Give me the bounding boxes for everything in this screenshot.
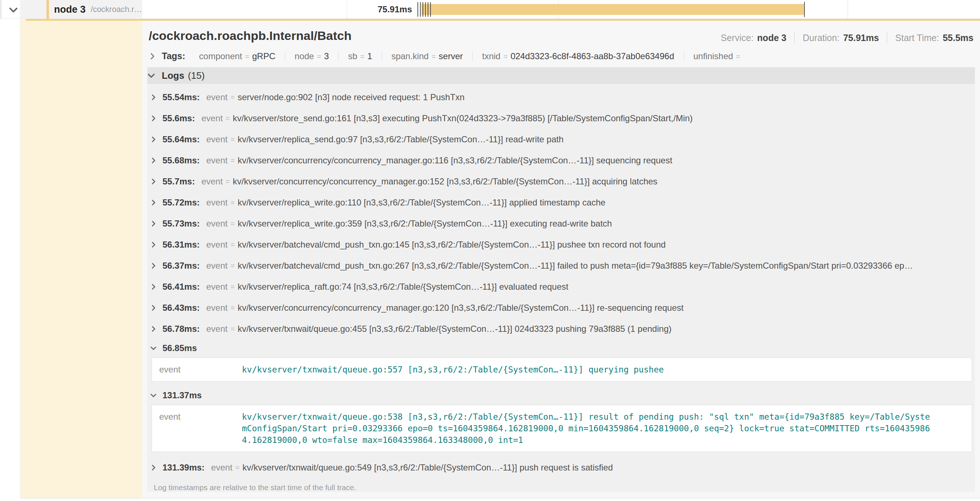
log-row[interactable]: 55.54ms:event=server/node.go:902 [n3] no…: [150, 87, 975, 108]
span-tick-marks: [417, 2, 432, 17]
chevron-down-icon: [150, 392, 157, 399]
span-duration-bar[interactable]: [422, 4, 805, 15]
gutter-border: [20, 0, 20, 498]
log-timestamp: 56.85ms: [162, 343, 197, 353]
log-timestamp: 55.54ms:: [162, 92, 200, 102]
log-message: kv/kvserver/replica_raft.go:74 [n3,s3,r6…: [237, 282, 568, 292]
equals-sign: =: [230, 156, 235, 165]
log-message: kv/kvserver/replica_write.go:110 [n3,s3,…: [237, 198, 605, 207]
logs-section-header[interactable]: Logs (15): [147, 67, 975, 84]
equals-sign: =: [230, 136, 235, 144]
log-field-key: event: [211, 463, 232, 473]
service-value: node 3: [757, 33, 787, 43]
logs-section: Logs (15) 55.54ms:event=server/node.go:9…: [147, 67, 975, 492]
meta-divider: [887, 32, 887, 43]
span-name-cell[interactable]: node 3 /cockroach.roach…: [21, 0, 142, 19]
log-entry-expanded: 131.37ms event kv/kvserver/txnwait/queue…: [150, 387, 975, 452]
chevron-right-icon: [150, 136, 157, 143]
log-list: 55.54ms:event=server/node.go:902 [n3] no…: [147, 84, 975, 492]
log-field-key: event: [201, 113, 223, 123]
span-operation-name: /cockroach.roach…: [91, 5, 142, 14]
log-message: kv/kvserver/batcheval/cmd_push_txn.go:14…: [237, 239, 665, 250]
log-message: kv/kvserver/replica_send.go:97 [n3,s3,r6…: [237, 134, 564, 145]
log-row[interactable]: 56.31ms:event=kv/kvserver/batcheval/cmd_…: [150, 234, 975, 255]
log-field-key: event: [206, 239, 228, 250]
log-timestamp: 131.37ms: [162, 390, 202, 400]
span-color-bar: [46, 0, 49, 19]
log-row[interactable]: 131.39ms:event=kv/kvserver/txnwait/queue…: [150, 457, 975, 478]
equals-sign: =: [230, 220, 235, 228]
tags-section-header[interactable]: Tags: component=gRPC node=3 sb=1 span.ki…: [142, 47, 980, 67]
log-message: kv/kvserver/concurrency/concurrency_mana…: [237, 303, 684, 313]
log-field-value: kv/kvserver/txnwait/queue.go:557 [n3,s3,…: [242, 364, 931, 375]
log-field-key: event: [206, 219, 228, 229]
duration-value: 75.91ms: [843, 33, 879, 43]
chevron-right-icon: [150, 241, 157, 248]
chevron-right-icon: [150, 220, 157, 227]
log-message: kv/kvserver/concurrency/concurrency_mana…: [233, 176, 657, 187]
duration-label: Duration:: [803, 33, 839, 43]
log-row[interactable]: 56.43ms:event=kv/kvserver/concurrency/co…: [150, 297, 975, 318]
log-message: kv/kvserver/txnwait/queue.go:549 [n3,s3,…: [243, 463, 613, 473]
log-row[interactable]: 56.37ms:event=kv/kvserver/batcheval/cmd_…: [150, 255, 975, 276]
log-field-key: event: [201, 176, 223, 187]
log-row-expanded-header[interactable]: 56.85ms: [150, 340, 975, 357]
timeline-gridline: [848, 0, 848, 19]
span-detail-panel: /cockroach.roachpb.Internal/Batch Servic…: [142, 21, 980, 498]
chevron-right-icon: [150, 305, 157, 311]
log-row[interactable]: 56.41ms:event=kv/kvserver/replica_raft.g…: [150, 276, 975, 297]
chevron-right-icon: [150, 94, 157, 101]
log-timestamp: 56.43ms:: [162, 303, 200, 313]
span-bar-end-marker: [804, 2, 805, 17]
log-timestamp: 55.6ms:: [162, 113, 195, 123]
log-message: server/node.go:902 [n3] node received re…: [237, 92, 465, 102]
span-row-tint-column: [21, 19, 142, 498]
log-message: kv/kvserver/store_send.go:161 [n3,s3] ex…: [233, 113, 693, 123]
log-field-key: event: [159, 364, 242, 375]
log-message: kv/kvserver/replica_write.go:359 [n3,s3,…: [237, 219, 612, 229]
column-divider[interactable]: [347, 0, 347, 19]
log-field-key: event: [159, 411, 242, 422]
chevron-down-icon[interactable]: [9, 5, 18, 14]
tags-label: Tags:: [162, 51, 185, 61]
log-field-key: event: [206, 282, 228, 292]
equals-sign: =: [226, 114, 230, 123]
equals-sign: =: [230, 241, 235, 249]
log-row-expanded-header[interactable]: 131.37ms: [150, 387, 975, 404]
log-timestamp: 56.78ms:: [162, 324, 200, 334]
left-edge-strip: [0, 0, 2, 19]
log-row[interactable]: 55.68ms:event=kv/kvserver/concurrency/co…: [150, 150, 975, 171]
service-label: Service:: [721, 33, 753, 43]
log-field-key: event: [206, 303, 228, 313]
log-row[interactable]: 56.78ms:event=kv/kvserver/txnwait/queue.…: [150, 318, 975, 340]
logs-footer-note: Log timestamps are relative to the start…: [150, 478, 975, 492]
tag-txnid: txnid=024d3323-6c8f-4863-aa8b-37ab0e6349…: [472, 51, 683, 61]
trace-span-row: node 3 /cockroach.roach… 75.91ms: [0, 0, 980, 19]
equals-sign: =: [360, 53, 364, 61]
log-field-key: event: [206, 198, 228, 207]
logs-title: Logs: [162, 70, 184, 81]
equals-sign: =: [230, 283, 235, 291]
detail-bottom-border: [21, 498, 980, 498]
chevron-right-icon: [150, 178, 157, 185]
log-field-key: event: [206, 155, 228, 166]
chevron-right-icon: [150, 325, 157, 332]
log-message: kv/kvserver/txnwait/queue.go:455 [n3,s3,…: [237, 324, 671, 334]
meta-divider: [794, 32, 795, 43]
detail-header: /cockroach.roachpb.Internal/Batch Servic…: [142, 21, 980, 47]
span-service-name: node 3: [54, 4, 86, 15]
chevron-right-icon: [150, 115, 157, 121]
log-field-value: kv/kvserver/txnwait/queue.go:538 [n3,s3,…: [242, 411, 931, 446]
equals-sign: =: [736, 53, 740, 61]
log-timestamp: 56.31ms:: [162, 239, 200, 250]
log-timestamp: 56.41ms:: [162, 282, 200, 292]
log-row[interactable]: 55.73ms:event=kv/kvserver/replica_write.…: [150, 213, 975, 234]
log-row[interactable]: 55.64ms:event=kv/kvserver/replica_send.g…: [150, 129, 975, 150]
log-row[interactable]: 55.72ms:event=kv/kvserver/replica_write.…: [150, 192, 975, 213]
log-field-key: event: [206, 134, 228, 145]
tag-node: node=3: [285, 51, 338, 61]
log-row[interactable]: 55.7ms:event=kv/kvserver/concurrency/con…: [150, 171, 975, 192]
log-timestamp: 56.37ms:: [162, 261, 200, 271]
log-row[interactable]: 55.6ms:event=kv/kvserver/store_send.go:1…: [150, 108, 975, 129]
detail-top-accent: [26, 19, 980, 21]
